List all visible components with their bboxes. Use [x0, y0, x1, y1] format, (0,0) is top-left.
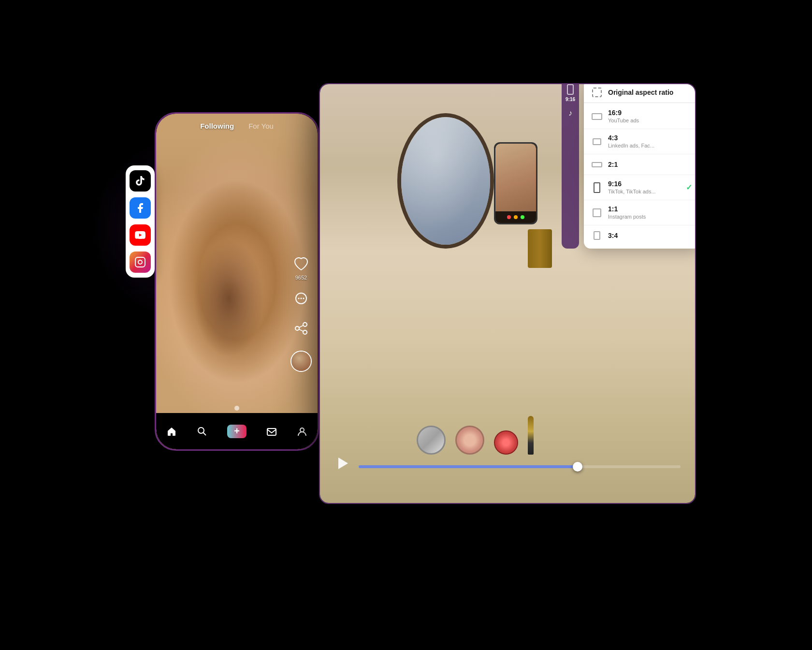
svg-point-15 — [138, 260, 142, 264]
social-youtube-icon[interactable] — [130, 224, 151, 246]
oval-mirror — [397, 113, 494, 249]
4-3-icon — [592, 136, 602, 147]
svg-rect-11 — [267, 428, 276, 435]
phone-right-icons: 9652 — [290, 254, 312, 372]
aspect-item-3-4-text: 3:4 — [608, 232, 692, 240]
16-9-title: 16:9 — [608, 109, 692, 117]
ratio-9-16-selector[interactable]: 9:16 — [566, 84, 575, 102]
phone-progress-dot — [234, 406, 239, 411]
aspect-ratio-dropdown: Original aspect ratio 16:9 YouTube ads — [584, 83, 696, 249]
ratio-selector-panel: 9:16 ♪ — [562, 83, 579, 249]
svg-point-3 — [303, 298, 304, 299]
compact-beige — [455, 426, 484, 455]
nav-home[interactable] — [166, 426, 177, 437]
comment-icon — [291, 289, 311, 309]
phone-bottom-nav: + — [156, 413, 318, 449]
social-tiktok-icon[interactable] — [130, 170, 151, 192]
4-3-sub: LinkedIn ads, Fac... — [608, 142, 692, 149]
1-1-sub: Instagram posts — [608, 213, 692, 220]
aspect-item-4-3-text: 4:3 LinkedIn ads, Fac... — [608, 134, 692, 149]
tab-foryou[interactable]: For You — [248, 122, 274, 130]
aspect-item-1-1-text: 1:1 Instagram posts — [608, 205, 692, 220]
progress-fill — [359, 465, 578, 468]
phone-mockup: Following For You 9652 — [155, 112, 319, 451]
comment-button[interactable] — [291, 289, 311, 310]
original-ratio-title: Original aspect ratio — [608, 89, 692, 97]
1-1-title: 1:1 — [608, 205, 692, 213]
table-phone — [494, 142, 537, 224]
svg-line-8 — [299, 329, 303, 331]
social-instagram-icon[interactable] — [130, 251, 151, 273]
phone-top-bar: Following For You — [156, 114, 318, 138]
nav-search[interactable] — [197, 426, 207, 437]
4-3-rect-icon — [593, 138, 601, 145]
like-button[interactable]: 9652 — [291, 254, 311, 281]
2-1-icon — [592, 159, 602, 170]
aspect-item-2-1-text: 2:1 — [608, 161, 692, 169]
3-4-icon — [592, 230, 602, 241]
makeup-brush — [528, 416, 534, 455]
aspect-item-original-text: Original aspect ratio — [608, 89, 692, 97]
svg-line-10 — [203, 432, 206, 435]
aspect-ratio-controls: 9:16 ♪ Original aspect ratio — [562, 83, 696, 249]
dot-green — [521, 215, 524, 219]
editor-panel: 9:16 ♪ Original aspect ratio — [319, 83, 696, 504]
aspect-item-16-9[interactable]: 16:9 YouTube ads — [584, 104, 696, 129]
progress-knob[interactable] — [573, 462, 582, 472]
compact-red — [494, 430, 518, 455]
mirror-reflection — [401, 117, 490, 245]
ratio-tiktok-selector[interactable]: ♪ — [568, 109, 572, 118]
ratio-916-label: 9:16 — [566, 97, 575, 102]
svg-point-9 — [198, 428, 204, 433]
compact-silver — [417, 426, 446, 455]
video-progress-bar[interactable] — [359, 465, 681, 468]
aspect-item-4-3[interactable]: 4:3 LinkedIn ads, Fac... — [584, 129, 696, 154]
2-1-title: 2:1 — [608, 161, 692, 169]
play-button[interactable] — [332, 453, 353, 474]
svg-point-6 — [303, 330, 307, 334]
dashed-rect-icon — [592, 88, 602, 97]
svg-rect-14 — [135, 257, 145, 267]
1-1-icon — [592, 207, 602, 218]
4-3-title: 4:3 — [608, 134, 692, 142]
9-16-rect-icon — [594, 182, 600, 193]
main-scene: Following For You 9652 — [116, 83, 696, 567]
nav-profile[interactable] — [297, 426, 307, 437]
svg-point-5 — [295, 326, 299, 330]
aspect-item-2-1[interactable]: 2:1 — [584, 154, 696, 175]
svg-line-7 — [299, 325, 303, 327]
tab-following[interactable]: Following — [200, 122, 234, 130]
check-icon: ✓ — [686, 183, 692, 192]
dot-red — [507, 215, 511, 219]
dot-yellow — [514, 215, 518, 219]
makeup-items — [417, 416, 534, 455]
aspect-item-original[interactable]: Original aspect ratio — [584, 83, 696, 103]
share-button[interactable] — [291, 319, 311, 338]
nav-inbox[interactable] — [266, 426, 277, 437]
phone-screen: Following For You 9652 — [156, 114, 318, 449]
share-icon — [291, 319, 311, 338]
social-facebook-icon[interactable] — [130, 197, 151, 219]
3-4-title: 3:4 — [608, 232, 692, 240]
nav-create[interactable]: + — [227, 425, 246, 438]
svg-point-1 — [298, 298, 300, 299]
heart-icon — [291, 254, 311, 273]
aspect-item-9-16[interactable]: 9:16 TikTok, TikTok ads... ✓ — [584, 175, 696, 200]
social-strip — [126, 165, 155, 278]
svg-point-2 — [301, 298, 302, 299]
avatar[interactable] — [290, 351, 312, 372]
aspect-item-16-9-text: 16:9 YouTube ads — [608, 109, 692, 124]
3-4-rect-icon — [594, 231, 600, 240]
wooden-stand — [528, 229, 552, 268]
svg-point-16 — [143, 259, 143, 260]
aspect-item-3-4[interactable]: 3:4 — [584, 225, 696, 246]
1-1-rect-icon — [593, 208, 601, 217]
2-1-rect-icon — [592, 162, 602, 167]
16-9-rect-icon — [592, 113, 602, 120]
svg-point-12 — [300, 428, 304, 432]
original-ratio-icon — [592, 87, 602, 98]
table-phone-bar — [495, 211, 536, 223]
ratio-916-icon — [567, 84, 574, 95]
16-9-icon — [592, 111, 602, 122]
aspect-item-1-1[interactable]: 1:1 Instagram posts — [584, 200, 696, 225]
